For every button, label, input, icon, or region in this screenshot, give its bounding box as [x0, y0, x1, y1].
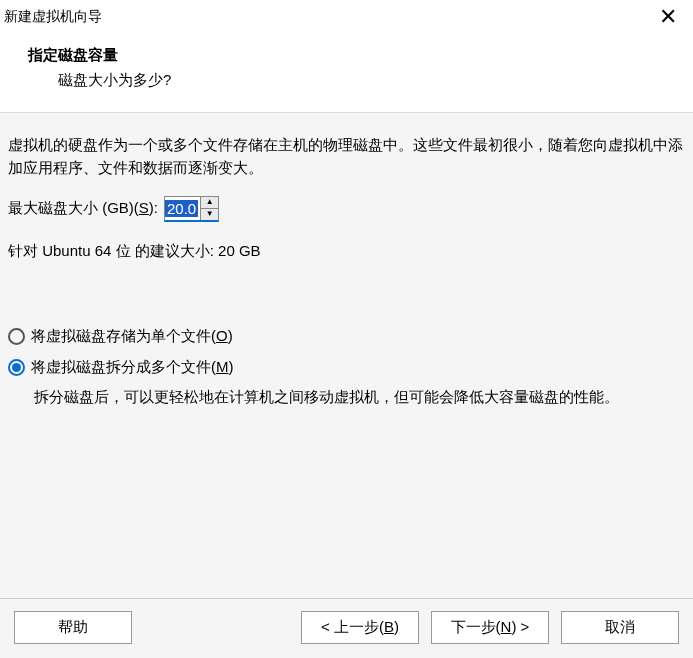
disk-size-spinner[interactable]: 20.0 ▲ ▼: [164, 196, 219, 222]
help-button[interactable]: 帮助: [14, 611, 132, 644]
next-button[interactable]: 下一步(N) >: [431, 611, 549, 644]
disk-store-options: 将虚拟磁盘存储为单个文件(O) 将虚拟磁盘拆分成多个文件(M) 拆分磁盘后，可以…: [8, 327, 683, 408]
page-subtitle: 磁盘大小为多少?: [58, 71, 673, 90]
radio-split-files-label: 将虚拟磁盘拆分成多个文件(M): [31, 358, 234, 377]
close-icon[interactable]: ✕: [653, 4, 683, 30]
spinner-up-icon[interactable]: ▲: [201, 197, 218, 209]
spinner-buttons: ▲ ▼: [200, 197, 218, 220]
back-button[interactable]: < 上一步(B): [301, 611, 419, 644]
spinner-down-icon[interactable]: ▼: [201, 209, 218, 220]
radio-split-files[interactable]: 将虚拟磁盘拆分成多个文件(M): [8, 358, 683, 377]
window-title: 新建虚拟机向导: [4, 8, 102, 26]
wizard-footer: 帮助 < 上一步(B) 下一步(N) > 取消: [0, 598, 693, 658]
disk-size-input[interactable]: 20.0: [165, 197, 200, 220]
titlebar: 新建虚拟机向导 ✕: [0, 0, 693, 36]
radio-icon: [8, 359, 25, 376]
cancel-button[interactable]: 取消: [561, 611, 679, 644]
wizard-header: 指定磁盘容量 磁盘大小为多少?: [0, 36, 693, 113]
wizard-content: 虚拟机的硬盘作为一个或多个文件存储在主机的物理磁盘中。这些文件最初很小，随着您向…: [0, 113, 693, 598]
disk-size-label: 最大磁盘大小 (GB)(S):: [8, 199, 158, 218]
disk-size-row: 最大磁盘大小 (GB)(S): 20.0 ▲ ▼: [8, 196, 683, 222]
radio-single-file-label: 将虚拟磁盘存储为单个文件(O): [31, 327, 233, 346]
description-text: 虚拟机的硬盘作为一个或多个文件存储在主机的物理磁盘中。这些文件最初很小，随着您向…: [8, 133, 683, 180]
page-title: 指定磁盘容量: [28, 46, 673, 65]
radio-single-file[interactable]: 将虚拟磁盘存储为单个文件(O): [8, 327, 683, 346]
radio-split-files-help: 拆分磁盘后，可以更轻松地在计算机之间移动虚拟机，但可能会降低大容量磁盘的性能。: [34, 385, 683, 408]
radio-icon: [8, 328, 25, 345]
recommended-size-text: 针对 Ubuntu 64 位 的建议大小: 20 GB: [8, 242, 683, 261]
